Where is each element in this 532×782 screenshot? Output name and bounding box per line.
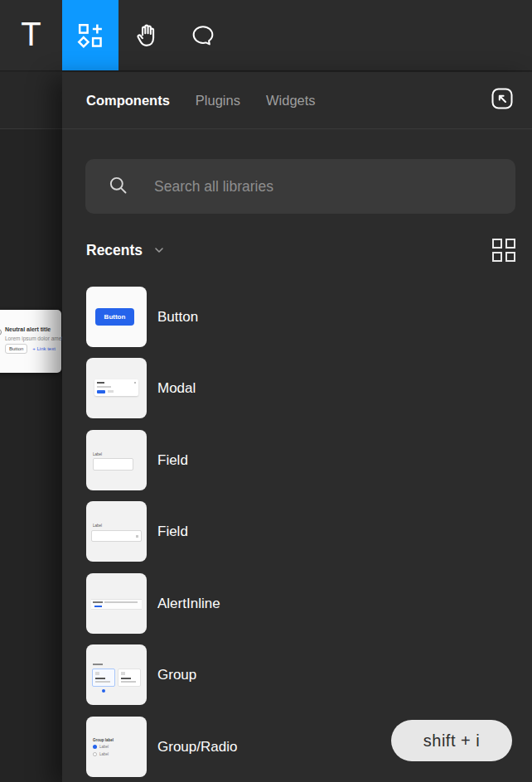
info-circle-icon bbox=[0, 329, 2, 335]
hand-icon bbox=[133, 22, 161, 50]
search-input[interactable] bbox=[152, 177, 499, 196]
component-item-modal[interactable]: Modal bbox=[86, 358, 515, 418]
shortcut-hint-badge: shift + i bbox=[391, 720, 512, 761]
alert-title: Neutral alert title bbox=[5, 326, 51, 332]
canvas-alert-component[interactable]: Neutral alert title Lorem ipsum dolor am… bbox=[0, 310, 61, 373]
recents-header: Recents bbox=[86, 239, 515, 262]
assets-icon bbox=[76, 22, 104, 50]
tab-components[interactable]: Components bbox=[86, 93, 170, 109]
component-item-group[interactable]: Group bbox=[86, 644, 515, 705]
component-thumbnail: Label bbox=[86, 430, 147, 490]
canvas-area[interactable]: Neutral alert title Lorem ipsum dolor am… bbox=[0, 72, 62, 782]
recents-dropdown-label[interactable]: Recents bbox=[86, 242, 143, 259]
alert-actions: Button + Link text bbox=[5, 344, 56, 354]
component-thumbnail: Label bbox=[86, 501, 147, 562]
text-tool-button[interactable]: T bbox=[0, 0, 62, 70]
tab-plugins[interactable]: Plugins bbox=[196, 93, 240, 109]
hand-tool-button[interactable] bbox=[118, 0, 175, 70]
assets-tool-button[interactable] bbox=[62, 0, 118, 70]
component-item-alertinline[interactable]: AlertInline bbox=[86, 573, 515, 634]
panel-header: Components Plugins Widgets bbox=[62, 72, 532, 129]
figma-window: T bbox=[0, 0, 532, 782]
alert-button[interactable]: Button bbox=[5, 344, 27, 354]
component-label: Group/Radio bbox=[157, 739, 237, 755]
assets-panel: Components Plugins Widgets bbox=[62, 72, 532, 782]
comment-icon bbox=[190, 22, 216, 49]
component-item-field-2[interactable]: Label Field bbox=[86, 501, 515, 562]
canvas-toolbar-strip bbox=[0, 72, 62, 129]
chevron-down-icon[interactable] bbox=[152, 244, 166, 260]
tab-widgets[interactable]: Widgets bbox=[266, 93, 316, 109]
open-in-window-icon bbox=[489, 85, 515, 115]
component-item-button[interactable]: Button Button bbox=[86, 287, 515, 347]
alert-link[interactable]: + Link text bbox=[32, 346, 56, 351]
component-label: Modal bbox=[157, 380, 196, 397]
search-bar[interactable] bbox=[85, 159, 515, 214]
component-thumbnail bbox=[86, 358, 147, 418]
component-thumbnail bbox=[86, 573, 147, 634]
open-in-window-button[interactable] bbox=[489, 87, 515, 113]
component-thumbnail: Group label Label Label bbox=[86, 717, 147, 777]
component-item-field[interactable]: Label Field bbox=[86, 430, 515, 490]
grid-view-icon[interactable] bbox=[492, 239, 515, 262]
component-label: Group bbox=[157, 667, 196, 683]
component-thumbnail: Button bbox=[86, 287, 147, 347]
panel-tabs: Components Plugins Widgets bbox=[86, 93, 316, 109]
component-label: Field bbox=[157, 452, 188, 469]
thumb-button-sample: Button bbox=[95, 308, 134, 326]
toolbar: T bbox=[0, 0, 532, 71]
search-icon bbox=[107, 174, 129, 200]
comment-tool-button[interactable] bbox=[175, 0, 231, 70]
component-label: Button bbox=[157, 309, 198, 326]
component-label: Field bbox=[157, 524, 188, 540]
component-label: AlertInline bbox=[157, 596, 220, 612]
component-thumbnail bbox=[86, 644, 147, 705]
text-tool-icon: T bbox=[21, 17, 41, 51]
